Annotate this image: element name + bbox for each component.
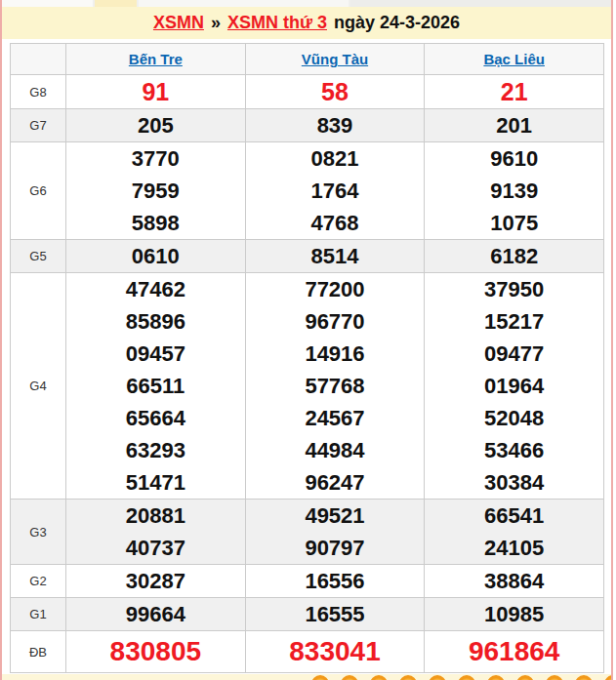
tab-segment <box>139 0 349 7</box>
province-link-3[interactable]: Bạc Liêu <box>483 51 545 67</box>
prize-row-G2: G2302871655638864 <box>11 565 604 598</box>
prize-cell: 833041 <box>245 631 425 673</box>
prize-row-G7: G7205839201 <box>11 109 604 142</box>
prize-number: 47462 <box>66 273 245 305</box>
prize-cell: 961091391075 <box>425 142 604 240</box>
prize-cell: 21 <box>425 75 604 109</box>
lottery-ball-icon <box>575 675 593 680</box>
prize-number: 16555 <box>246 598 425 630</box>
prize-number: 7959 <box>66 175 245 207</box>
prize-cell: 30287 <box>66 565 246 598</box>
province-header: Bến Tre <box>66 44 246 75</box>
province-header: Bạc Liêu <box>425 44 604 75</box>
lottery-ball-icon <box>341 675 358 680</box>
prize-number: 6182 <box>425 240 603 272</box>
prize-cell: 205 <box>66 109 246 142</box>
prize-number: 21 <box>425 75 603 108</box>
prize-number: 01964 <box>425 370 603 402</box>
prize-row-G5: G5061085146182 <box>11 240 604 273</box>
prize-cell: 201 <box>425 109 604 142</box>
prize-number: 830805 <box>66 631 245 672</box>
prize-cell: 8514 <box>245 240 425 273</box>
prize-row-ĐB: ĐB830805833041961864 <box>11 631 604 673</box>
province-link-2[interactable]: Vũng Tàu <box>302 51 368 67</box>
prize-number: 63293 <box>66 434 245 466</box>
prize-cell: 58 <box>245 75 425 109</box>
prize-number: 65664 <box>66 402 245 434</box>
prize-row-G6: G6377079595898082117644768961091391075 <box>11 142 604 240</box>
prize-row-G4: G447462858960945766511656646329351471772… <box>11 273 604 500</box>
tab-segment-active <box>95 0 137 7</box>
tabs-strip <box>2 0 611 7</box>
lottery-ball-icon <box>546 675 563 680</box>
prize-number: 09457 <box>66 338 245 370</box>
prize-number: 96770 <box>246 305 425 338</box>
prize-cell: 2088140737 <box>66 500 246 565</box>
prize-number: 14916 <box>246 338 425 370</box>
prize-label: G2 <box>11 565 66 598</box>
prize-cell: 839 <box>245 109 425 142</box>
results-title: XSMN » XSMN thứ 3 ngày 24-3-2026 <box>2 7 611 39</box>
prize-cell: 38864 <box>425 565 604 598</box>
prize-number: 0821 <box>246 142 425 175</box>
prize-row-G8: G8915821 <box>11 75 604 109</box>
results-widget: XSMN » XSMN thứ 3 ngày 24-3-2026 Bến Tre… <box>0 0 613 680</box>
prize-number: 66541 <box>425 500 603 532</box>
prize-cell: 16556 <box>245 565 425 598</box>
footer-balls-strip <box>2 674 611 680</box>
prize-cell: 77200967701491657768245674498496247 <box>245 273 425 500</box>
prize-number: 24567 <box>246 402 425 434</box>
prize-number: 85896 <box>66 305 245 338</box>
prize-number: 201 <box>425 109 603 141</box>
prize-row-G1: G1996641655510985 <box>11 598 604 631</box>
lottery-ball-icon <box>604 675 613 680</box>
prize-cell: 10985 <box>425 598 604 631</box>
prize-number: 961864 <box>425 631 603 672</box>
prize-number: 5898 <box>66 207 245 239</box>
title-date: ngày 24-3-2026 <box>334 13 460 33</box>
prize-number: 833041 <box>246 631 425 672</box>
prize-cell: 961864 <box>425 631 604 673</box>
lottery-ball-icon <box>458 675 475 680</box>
prize-cell: 6182 <box>425 240 604 273</box>
prize-number: 0610 <box>66 240 245 272</box>
lottery-ball-icon <box>370 675 388 680</box>
prize-cell: 47462858960945766511656646329351471 <box>66 273 246 500</box>
prize-cell: 16555 <box>245 598 425 631</box>
province-link-1[interactable]: Bến Tre <box>129 51 183 67</box>
prize-number: 10985 <box>425 598 603 630</box>
prize-number: 24105 <box>425 532 603 564</box>
prize-number: 49521 <box>246 500 425 532</box>
corner-cell <box>11 44 66 75</box>
xsmn-day-link[interactable]: XSMN thứ 3 <box>227 13 327 33</box>
prize-number: 44984 <box>246 434 425 466</box>
prize-number: 20881 <box>66 500 245 532</box>
prize-number: 1764 <box>246 175 425 207</box>
prize-number: 205 <box>66 109 245 141</box>
lottery-ball-icon <box>429 675 446 680</box>
prize-cell: 377079595898 <box>66 142 246 240</box>
prize-label: G4 <box>11 273 66 500</box>
prize-number: 1075 <box>425 207 603 239</box>
xsmn-link[interactable]: XSMN <box>153 13 204 33</box>
prize-cell: 91 <box>66 75 246 109</box>
lottery-ball-icon <box>487 675 505 680</box>
prize-label: ĐB <box>11 631 66 673</box>
lottery-ball-icon <box>516 675 534 680</box>
prize-number: 90797 <box>246 532 425 564</box>
prize-number: 58 <box>246 75 425 108</box>
prize-number: 66511 <box>66 370 245 402</box>
prize-number: 40737 <box>66 532 245 564</box>
prize-cell: 0610 <box>66 240 246 273</box>
prize-label: G1 <box>11 598 66 631</box>
prize-number: 8514 <box>246 240 425 272</box>
prize-number: 16556 <box>246 565 425 597</box>
prize-number: 3770 <box>66 142 245 175</box>
prize-cell: 37950152170947701964520485346630384 <box>425 273 604 500</box>
tab-segment <box>2 0 93 7</box>
prize-number: 30287 <box>66 565 245 597</box>
table-header-row: Bến TreVũng TàuBạc Liêu <box>11 44 604 75</box>
prize-cell: 6654124105 <box>425 500 604 565</box>
lottery-ball-icon <box>311 675 329 680</box>
prize-label: G3 <box>11 500 66 565</box>
